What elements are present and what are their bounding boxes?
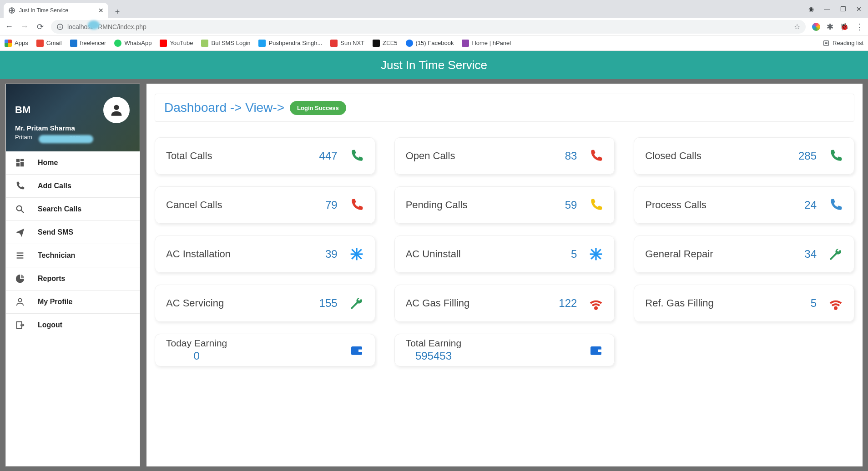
facebook-icon <box>406 40 413 47</box>
card-value: 285 <box>798 150 817 162</box>
bookmark-bulsms[interactable]: Bul SMS Login <box>201 40 250 47</box>
bookmark-star-icon[interactable]: ☆ <box>794 22 800 31</box>
minimize-icon[interactable]: — <box>824 5 830 13</box>
bookmark-twitter[interactable]: Pushpendra Singh... <box>258 40 322 47</box>
card-process-calls[interactable]: Process Calls 24 <box>634 186 854 224</box>
logout-icon <box>15 320 25 330</box>
nav-send-sms[interactable]: Send SMS <box>6 221 140 244</box>
bookmark-freelencer[interactable]: freelencer <box>70 40 106 47</box>
bookmark-whatsapp[interactable]: WhatsApp <box>114 40 151 47</box>
extension-icon-2[interactable]: 🐞 <box>840 22 849 31</box>
app-header: Just In Time Service <box>0 51 868 79</box>
card-ref-gas-filling[interactable]: Ref. Gas Filling 5 <box>634 285 854 322</box>
twitter-icon <box>258 40 266 47</box>
dashboard-cards: Total Calls 447 Open Calls 83 Closed Cal… <box>155 137 854 366</box>
freelancer-icon <box>70 40 77 47</box>
card-value: 595453 <box>406 350 462 362</box>
phone-icon <box>589 149 603 163</box>
url-path: RMNC/index.php <box>98 23 146 30</box>
bookmark-label: freelencer <box>80 40 106 46</box>
new-tab-button[interactable]: + <box>111 5 124 18</box>
person-icon <box>109 102 124 118</box>
svg-point-7 <box>114 105 119 110</box>
nav-home[interactable]: Home <box>6 151 140 175</box>
reading-list-icon <box>823 40 830 47</box>
url-input[interactable]: localhost/ RMNC/index.php ☆ <box>51 20 806 34</box>
close-window-icon[interactable]: ✕ <box>856 5 862 13</box>
back-button[interactable]: ← <box>5 22 14 31</box>
svg-point-17 <box>18 299 21 302</box>
card-open-calls[interactable]: Open Calls 83 <box>394 137 615 175</box>
avatar[interactable] <box>103 97 130 123</box>
card-closed-calls[interactable]: Closed Calls 285 <box>634 137 854 175</box>
app-title: Just In Time Service <box>381 58 487 72</box>
site-info-icon <box>56 23 64 30</box>
card-today-earning[interactable]: Today Earning 0 <box>155 334 375 366</box>
content-panel: Dashboard -> View-> Login Success Total … <box>146 84 863 466</box>
bookmark-youtube[interactable]: YouTube <box>160 40 193 47</box>
nav-label: Technician <box>38 251 75 260</box>
card-value: 24 <box>804 199 817 211</box>
card-value: 155 <box>319 297 338 310</box>
window-controls: ◉ — ❐ ✕ <box>808 0 864 18</box>
maximize-icon[interactable]: ❐ <box>840 5 846 13</box>
bookmark-zee5[interactable]: ZEE5 <box>373 40 398 47</box>
card-cancel-calls[interactable]: Cancel Calls 79 <box>155 186 375 224</box>
svg-point-27 <box>595 307 597 309</box>
sidebar-nav: Home Add Calls Search Calls Send SMS Tec… <box>6 151 140 336</box>
card-general-repair[interactable]: General Repair 34 <box>634 236 854 273</box>
signal-icon <box>589 296 603 311</box>
sidebar: BM Mr. Pritam Sharma Pritamxxxxxxxxxxxx.… <box>5 84 140 466</box>
user-icon <box>15 297 25 307</box>
bookmark-gmail[interactable]: Gmail <box>36 40 62 47</box>
card-ac-servicing[interactable]: AC Servicing 155 <box>155 285 375 322</box>
card-label: AC Uninstall <box>406 248 461 260</box>
card-total-calls[interactable]: Total Calls 447 <box>155 137 375 175</box>
bookmark-label: Bul SMS Login <box>211 40 250 46</box>
card-label: Total Calls <box>166 150 212 162</box>
nav-my-profile[interactable]: My Profile <box>6 291 140 314</box>
profile-card: BM Mr. Pritam Sharma Pritamxxxxxxxxxxxx.… <box>6 84 140 151</box>
wrench-icon <box>349 296 364 311</box>
svg-rect-32 <box>598 350 601 352</box>
search-icon <box>15 204 25 214</box>
card-value: 0 <box>166 350 227 362</box>
account-icon[interactable]: ◉ <box>808 5 814 13</box>
bookmark-sunnxt[interactable]: Sun NXT <box>330 40 364 47</box>
reading-list-button[interactable]: Reading list <box>823 40 863 47</box>
globe-icon <box>8 7 15 14</box>
card-total-earning[interactable]: Total Earning 595453 <box>394 334 615 366</box>
phone-icon <box>15 181 25 191</box>
wallet-icon <box>589 343 603 357</box>
chrome-menu-icon[interactable]: ⋮ <box>855 22 863 32</box>
bookmark-apps[interactable]: Apps <box>5 40 28 47</box>
svg-rect-9 <box>20 159 24 161</box>
forward-button[interactable]: → <box>20 22 29 31</box>
nav-reports[interactable]: Reports <box>6 267 140 291</box>
extension-icon-1[interactable] <box>812 23 820 31</box>
card-ac-gas-filling[interactable]: AC Gas Filling 122 <box>394 285 615 322</box>
nav-logout[interactable]: Logout <box>6 314 140 336</box>
extensions-icon[interactable]: ✱ <box>827 22 833 32</box>
nav-add-calls[interactable]: Add Calls <box>6 175 140 198</box>
reload-button[interactable]: ⟳ <box>35 22 45 32</box>
bookmark-facebook[interactable]: (15) Facebook <box>406 40 454 47</box>
snowflake-icon <box>349 247 364 261</box>
wrench-icon <box>828 247 843 261</box>
svg-rect-11 <box>16 163 20 166</box>
browser-tab-strip: Just In Time Service ✕ + ◉ — ❐ ✕ <box>0 0 868 18</box>
bookmark-label: Gmail <box>46 40 62 46</box>
card-pending-calls[interactable]: Pending Calls 59 <box>394 186 615 224</box>
close-tab-icon[interactable]: ✕ <box>98 7 104 14</box>
card-ac-uninstall[interactable]: AC Uninstall 5 <box>394 236 615 273</box>
tab-title: Just In Time Service <box>19 7 68 14</box>
browser-tab[interactable]: Just In Time Service ✕ <box>4 3 108 18</box>
nav-search-calls[interactable]: Search Calls <box>6 198 140 221</box>
bookmark-label: Pushpendra Singh... <box>268 40 322 46</box>
card-ac-installation[interactable]: AC Installation 39 <box>155 236 375 273</box>
bookmark-hpanel[interactable]: Home | hPanel <box>462 40 511 47</box>
phone-icon <box>828 149 843 163</box>
card-value: 39 <box>325 248 338 261</box>
bookmark-label: ZEE5 <box>383 40 398 46</box>
nav-technician[interactable]: Technician <box>6 244 140 267</box>
